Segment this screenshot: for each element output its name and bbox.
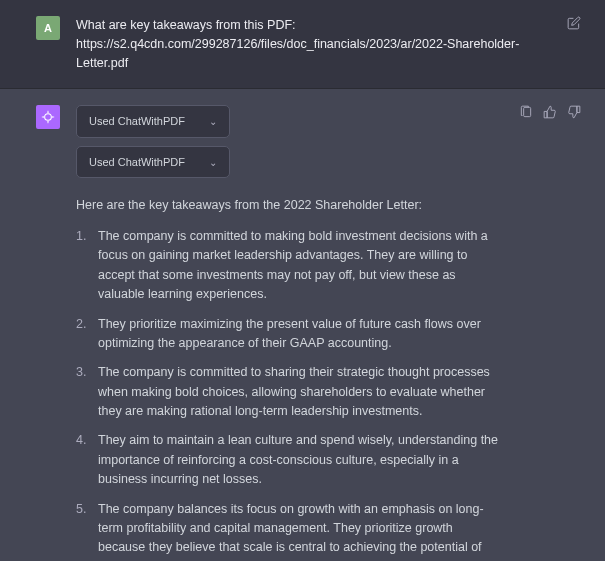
list-item: The company balances its focus on growth… — [76, 500, 503, 562]
thumbs-up-button[interactable] — [543, 105, 557, 561]
takeaways-list: The company is committed to making bold … — [76, 227, 503, 561]
thumbs-up-icon — [543, 105, 557, 119]
plugin-label: Used ChatWithPDF — [89, 154, 185, 171]
user-message-content: What are key takeaways from this PDF: ht… — [76, 16, 551, 72]
assistant-avatar — [36, 105, 60, 129]
openai-icon — [40, 109, 56, 125]
plugin-used-pill-2[interactable]: Used ChatWithPDF ⌄ — [76, 146, 230, 179]
user-text-line1: What are key takeaways from this PDF: — [76, 16, 551, 35]
user-text-line2: https://s2.q4cdn.com/299287126/files/doc… — [76, 35, 551, 73]
chevron-down-icon: ⌄ — [209, 114, 217, 129]
assistant-message: Used ChatWithPDF ⌄ Used ChatWithPDF ⌄ He… — [0, 89, 605, 561]
user-avatar: A — [36, 16, 60, 40]
message-actions — [519, 105, 581, 561]
list-item: They prioritize maximizing the present v… — [76, 315, 503, 354]
plugin-label: Used ChatWithPDF — [89, 113, 185, 130]
thumbs-down-icon — [567, 105, 581, 119]
list-item: The company is committed to sharing thei… — [76, 363, 503, 421]
assistant-content: Used ChatWithPDF ⌄ Used ChatWithPDF ⌄ He… — [76, 105, 503, 561]
edit-button[interactable] — [567, 16, 581, 72]
intro-text: Here are the key takeaways from the 2022… — [76, 196, 503, 215]
clipboard-icon — [519, 105, 533, 119]
user-message: A What are key takeaways from this PDF: … — [0, 0, 605, 89]
list-item: The company is committed to making bold … — [76, 227, 503, 305]
thumbs-down-button[interactable] — [567, 105, 581, 561]
edit-icon — [567, 16, 581, 30]
avatar-letter: A — [44, 22, 52, 34]
plugin-used-pill-1[interactable]: Used ChatWithPDF ⌄ — [76, 105, 230, 138]
chevron-down-icon: ⌄ — [209, 155, 217, 170]
copy-button[interactable] — [519, 105, 533, 561]
list-item: They aim to maintain a lean culture and … — [76, 431, 503, 489]
svg-rect-1 — [524, 108, 531, 117]
svg-point-0 — [45, 114, 52, 121]
